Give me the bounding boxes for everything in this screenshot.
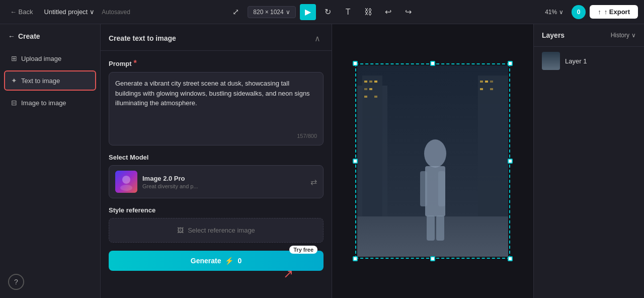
handle-middle-right[interactable] xyxy=(508,159,513,164)
project-name[interactable]: Untitled project ∨ xyxy=(41,6,98,18)
back-button[interactable]: ← Back xyxy=(6,6,37,18)
svg-rect-15 xyxy=(485,81,488,83)
history-button[interactable]: History ∨ xyxy=(611,32,636,39)
svg-rect-8 xyxy=(374,81,377,83)
sidebar-item-text-to-image[interactable]: ✦ Text to image xyxy=(4,70,96,91)
main-layout: ← Create ⊞ Upload image ✦ Text to image … xyxy=(0,24,644,298)
dimensions-label: 820 × 1024 xyxy=(253,9,283,16)
left-sidebar: ← Create ⊞ Upload image ✦ Text to image … xyxy=(0,24,101,298)
generate-label: Generate xyxy=(191,257,221,265)
prompt-input[interactable] xyxy=(115,79,317,129)
style-ref-placeholder: Select reference image xyxy=(188,227,255,234)
prompt-character-count: 157/800 xyxy=(115,133,317,139)
zoom-button[interactable]: 41% ∨ xyxy=(541,7,568,18)
model-card[interactable]: Image 2.0 Pro Great diversity and p... ⇄ xyxy=(109,165,324,198)
layer-name: Layer 1 xyxy=(565,57,587,65)
export-button[interactable]: ↑ ↑ Export xyxy=(590,5,638,19)
image-icon: 🖼 xyxy=(177,227,184,234)
try-free-badge: Try free xyxy=(289,246,317,254)
handle-top-right[interactable] xyxy=(508,61,513,66)
svg-rect-14 xyxy=(480,81,483,83)
layers-title: Layers xyxy=(542,31,565,39)
help-button[interactable]: ? xyxy=(8,274,24,290)
expand-icon[interactable]: ⤢ xyxy=(227,4,244,20)
canvas-image-wrapper xyxy=(357,65,508,257)
panel-body: Prompt * 157/800 Select Model xyxy=(101,51,332,279)
svg-point-1 xyxy=(122,176,130,184)
handle-top-center[interactable] xyxy=(430,61,435,66)
dimensions-button[interactable]: 820 × 1024 ∨ xyxy=(248,6,295,18)
model-description: Great diversity and p... xyxy=(142,183,305,189)
history-label: History xyxy=(611,32,629,39)
svg-rect-25 xyxy=(436,215,444,241)
svg-rect-10 xyxy=(369,88,372,90)
right-panel: Layers History ∨ Layer 1 xyxy=(533,24,644,298)
handle-bottom-center[interactable] xyxy=(430,256,435,261)
sidebar-header: ← Create xyxy=(4,28,96,44)
lightning-icon: ⚡ xyxy=(225,257,233,265)
handle-bottom-right[interactable] xyxy=(508,256,513,261)
svg-point-2 xyxy=(120,185,132,191)
canvas-image xyxy=(357,65,508,257)
model-label: Select Model xyxy=(109,154,324,161)
prompt-label: Prompt * xyxy=(109,59,324,68)
chevron-down-icon: ∨ xyxy=(559,9,564,16)
text-image-icon: ✦ xyxy=(11,77,17,85)
redo-tool[interactable]: ↪ xyxy=(400,4,417,20)
sidebar-bottom: ? xyxy=(4,270,96,294)
topbar: ← Back Untitled project ∨ Autosaved ⤢ 82… xyxy=(0,0,644,24)
prompt-area: 157/800 xyxy=(109,72,324,145)
svg-rect-24 xyxy=(427,215,435,241)
handle-bottom-left[interactable] xyxy=(353,256,358,261)
sidebar-back-icon: ← xyxy=(8,32,15,40)
autosaved-status: Autosaved xyxy=(102,9,130,16)
svg-point-20 xyxy=(424,139,446,168)
collab-button[interactable]: 0 xyxy=(572,5,586,19)
topbar-left: ← Back Untitled project ∨ Autosaved xyxy=(6,6,223,18)
model-section: Select Model xyxy=(109,154,324,198)
play-tool[interactable]: ▶ xyxy=(300,4,316,20)
svg-rect-9 xyxy=(364,88,367,90)
center-panel: Create text to image ∧ Prompt * 157/800 xyxy=(101,24,332,298)
sidebar-title: Create xyxy=(18,32,40,40)
sidebar-item-image-to-image[interactable]: ⊟ Image to image xyxy=(4,93,96,113)
svg-rect-13 xyxy=(478,76,508,227)
undo-tool[interactable]: ↩ xyxy=(380,4,396,20)
svg-rect-23 xyxy=(438,171,445,206)
sidebar-item-label: Image to image xyxy=(21,99,66,107)
svg-rect-11 xyxy=(364,96,367,98)
text-tool[interactable]: T xyxy=(340,4,356,20)
panel-title: Create text to image xyxy=(109,34,176,42)
generate-wrapper: Try free Generate ⚡ 0 ↗ xyxy=(109,251,324,271)
arrow-indicator: ↗ xyxy=(283,267,293,281)
model-info: Image 2.0 Pro Great diversity and p... xyxy=(142,175,305,189)
model-name: Image 2.0 Pro xyxy=(142,175,305,182)
model-switch-icon[interactable]: ⇄ xyxy=(310,177,317,187)
link-tool[interactable]: ⛓ xyxy=(360,4,376,20)
chevron-down-icon: ∨ xyxy=(286,9,290,16)
right-panel-header: Layers History ∨ xyxy=(534,24,644,47)
collab-count: 0 xyxy=(577,9,581,16)
upload-icon: ⊞ xyxy=(11,54,17,62)
style-reference-area[interactable]: 🖼 Select reference image xyxy=(109,218,324,243)
image-swap-icon: ⊟ xyxy=(11,99,17,107)
style-ref-label: Style reference xyxy=(109,206,324,214)
sidebar-item-label: Upload image xyxy=(21,55,61,62)
panel-header: Create text to image ∧ xyxy=(101,24,332,51)
handle-top-left[interactable] xyxy=(353,61,358,66)
svg-rect-7 xyxy=(369,81,372,83)
svg-rect-6 xyxy=(364,81,367,83)
chevron-up-icon: ∧ xyxy=(314,34,320,43)
handle-middle-left[interactable] xyxy=(353,159,358,164)
panel-close-button[interactable]: ∧ xyxy=(311,32,324,44)
svg-rect-22 xyxy=(420,171,427,206)
question-icon: ? xyxy=(14,278,18,286)
export-icon: ↑ xyxy=(598,8,601,16)
rotate-tool[interactable]: ↻ xyxy=(320,4,336,20)
canvas-area[interactable] xyxy=(332,24,533,298)
topbar-right: 41% ∨ 0 ↑ ↑ Export xyxy=(421,5,638,19)
zoom-level: 41% xyxy=(545,9,557,16)
layer-item[interactable]: Layer 1 xyxy=(534,47,644,75)
sidebar-item-upload-image[interactable]: ⊞ Upload image xyxy=(4,48,96,68)
style-reference-section: Style reference 🖼 Select reference image xyxy=(109,206,324,243)
